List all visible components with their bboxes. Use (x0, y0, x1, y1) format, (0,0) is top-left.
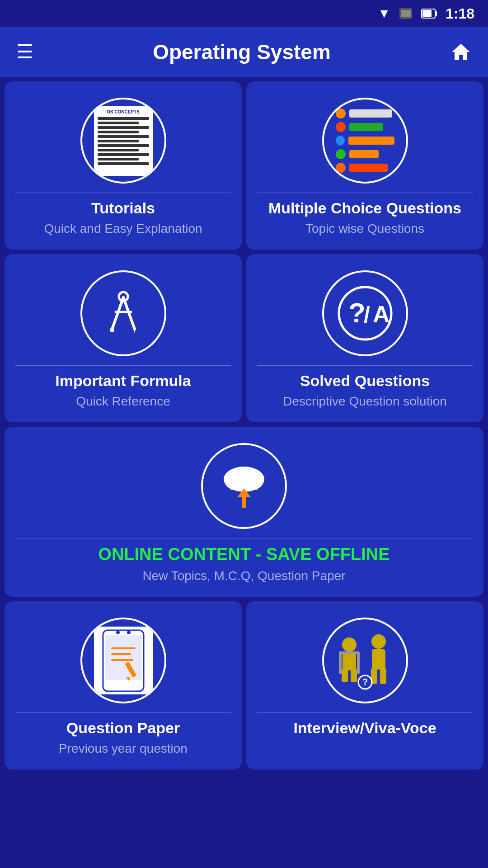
interview-icon-wrap: ? (322, 618, 408, 703)
svg-rect-36 (380, 668, 386, 684)
formula-subtitle: Quick Reference (76, 394, 170, 409)
formula-icon-wrap (80, 270, 166, 356)
svg-rect-31 (342, 669, 348, 682)
question-paper-icon (94, 627, 153, 694)
mcq-subtitle: Topic wise Questions (305, 222, 424, 236)
solved-icon: ? / A (336, 284, 394, 343)
svg-rect-38 (357, 651, 360, 674)
question-paper-card[interactable]: Question Paper Previous year question (5, 601, 242, 769)
menu-icon[interactable]: ☰ (16, 42, 33, 61)
svg-rect-21 (105, 635, 141, 680)
mcq-title: Multiple Choice Questions (257, 193, 473, 217)
svg-point-9 (110, 328, 114, 332)
tutorials-card[interactable]: OS CONCEPTS Tutorials Quick and Easy Exp… (5, 81, 242, 250)
question-paper-icon-wrap (80, 618, 166, 703)
svg-point-33 (371, 634, 386, 649)
online-title: ONLINE CONTENT - SAVE OFFLINE (15, 538, 473, 564)
svg-rect-30 (343, 652, 356, 670)
battery-icon (421, 7, 437, 20)
formula-card[interactable]: Important Formula Quick Reference (5, 254, 242, 422)
svg-point-23 (127, 631, 131, 634)
svg-marker-10 (134, 328, 136, 334)
status-bar: ▼ 1:18 (0, 0, 488, 27)
svg-rect-4 (422, 10, 432, 17)
time-display: 1:18 (446, 5, 474, 22)
svg-rect-37 (339, 651, 342, 674)
online-card[interactable]: ONLINE CONTENT - SAVE OFFLINE New Topics… (5, 427, 483, 597)
online-subtitle: New Topics, M.C.Q, Question Paper (142, 569, 345, 583)
question-paper-title: Question Paper (15, 712, 231, 737)
svg-rect-3 (435, 11, 437, 16)
main-content: OS CONCEPTS Tutorials Quick and Easy Exp… (0, 77, 488, 774)
tutorials-icon-wrap: OS CONCEPTS (80, 98, 166, 184)
row-3: Question Paper Previous year question (5, 601, 483, 769)
page-title: Operating System (47, 40, 436, 64)
svg-line-6 (123, 297, 135, 329)
mcq-icon (336, 108, 394, 173)
svg-text:/: / (364, 302, 370, 327)
home-icon[interactable] (450, 41, 472, 63)
interview-card[interactable]: ? Interview/Viva-Voce (246, 601, 483, 769)
tutorials-subtitle: Quick and Easy Explanation (44, 222, 202, 236)
svg-point-22 (116, 631, 120, 634)
row-2: Important Formula Quick Reference ? / A … (5, 254, 483, 422)
solved-card[interactable]: ? / A Solved Questions Descriptive Quest… (246, 254, 483, 422)
svg-rect-39 (339, 651, 360, 654)
svg-text:A: A (373, 301, 390, 327)
svg-text:?: ? (348, 297, 366, 328)
svg-rect-1 (401, 10, 411, 17)
question-paper-subtitle: Previous year question (59, 741, 188, 756)
svg-rect-34 (372, 649, 385, 670)
solved-subtitle: Descriptive Question solution (283, 394, 447, 409)
download-icon-wrap (201, 443, 287, 529)
interview-title: Interview/Viva-Voce (257, 712, 473, 737)
signal-icon (399, 6, 413, 21)
formula-icon (94, 284, 153, 343)
tutorials-icon: OS CONCEPTS (94, 106, 153, 176)
row-1: OS CONCEPTS Tutorials Quick and Easy Exp… (5, 81, 483, 250)
svg-point-29 (342, 637, 357, 652)
svg-line-5 (112, 297, 123, 329)
interview-icon: ? (333, 629, 397, 692)
formula-title: Important Formula (15, 365, 231, 390)
svg-text:?: ? (362, 677, 368, 687)
solved-icon-wrap: ? / A (322, 270, 408, 356)
solved-title: Solved Questions (257, 365, 473, 390)
svg-rect-32 (351, 669, 357, 682)
mcq-card[interactable]: Multiple Choice Questions Topic wise Que… (246, 81, 483, 250)
tutorials-title: Tutorials (15, 193, 231, 217)
wifi-icon: ▼ (378, 6, 390, 21)
mcq-icon-wrap (322, 98, 408, 184)
app-header: ☰ Operating System (0, 27, 488, 77)
